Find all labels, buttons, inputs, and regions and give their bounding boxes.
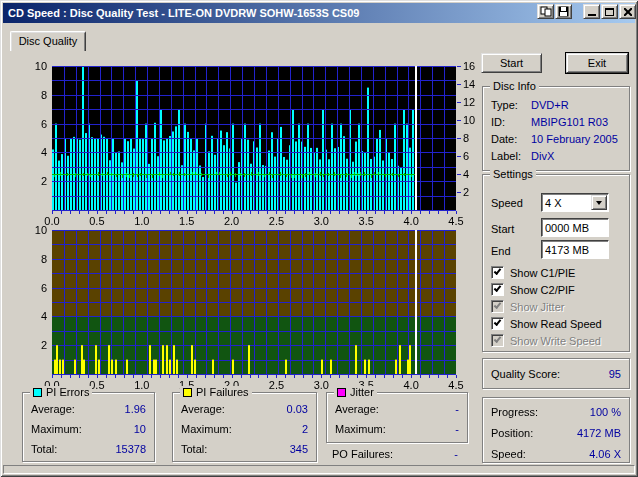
- pi-errors-color-chip: [33, 388, 42, 397]
- checkbox-box: [491, 317, 504, 330]
- po-failures-label: PO Failures:: [332, 448, 393, 460]
- checkbox-show-write-speed: Show Write Speed: [491, 334, 601, 347]
- disc-id-value: MBIPG101 R03: [531, 116, 608, 128]
- pi-failures-total-label: Total:: [181, 443, 207, 455]
- maximize-button[interactable]: [601, 4, 618, 19]
- read-speed-label: Speed:: [491, 448, 526, 460]
- pi-failures-color-chip: [183, 388, 192, 397]
- checkbox-box: [491, 300, 504, 313]
- read-speed-value: 4.06 X: [589, 448, 621, 460]
- pi-errors-average-value: 1.96: [125, 403, 146, 415]
- tab-disc-quality[interactable]: Disc Quality: [10, 31, 86, 51]
- jitter-color-chip: [337, 388, 346, 397]
- legend-pi-errors: PI Errors Average:1.96 Maximum:10 Total:…: [22, 392, 155, 462]
- legend-pi-failures-title: PI Failures: [180, 386, 252, 398]
- jitter-average-label: Average:: [335, 403, 379, 415]
- po-failures-value: -: [454, 448, 458, 460]
- speed-dropdown-button[interactable]: [591, 195, 607, 210]
- maximize-icon: [605, 8, 614, 16]
- po-failures-row: PO Failures: -: [332, 448, 458, 460]
- save-icon: [558, 6, 569, 17]
- copy-button[interactable]: [537, 4, 554, 19]
- app-window: CD Speed : Disc Quality Test - LITE-ON D…: [0, 0, 638, 477]
- pi-errors-maximum-value: 10: [134, 423, 146, 435]
- pi-errors-total-value: 15378: [115, 443, 146, 455]
- legend-jitter: Jitter Average:- Maximum:-: [326, 392, 468, 443]
- pi-errors-maximum-label: Maximum:: [31, 423, 82, 435]
- checkbox-box: [491, 266, 504, 279]
- pi-failures-maximum-value: 2: [302, 423, 308, 435]
- end-input[interactable]: [541, 240, 609, 259]
- disc-date-label: Date:: [491, 133, 517, 145]
- checkbox-show-read-speed[interactable]: Show Read Speed: [491, 317, 602, 330]
- exit-button[interactable]: Exit: [566, 53, 628, 73]
- jitter-maximum-label: Maximum:: [335, 423, 386, 435]
- legend-pi-failures: PI Failures Average:0.03 Maximum:2 Total…: [172, 392, 317, 462]
- quality-score-value: 95: [609, 368, 621, 380]
- disc-label-value: DivX: [531, 150, 554, 162]
- start-input[interactable]: [541, 218, 609, 237]
- pi-failures-maximum-label: Maximum:: [181, 423, 232, 435]
- checkbox-box: [491, 334, 504, 347]
- pi-errors-average-label: Average:: [31, 403, 75, 415]
- position-value: 4172 MB: [577, 427, 621, 439]
- disc-label-label: Label:: [491, 150, 521, 162]
- quality-score-panel: Quality Score: 95: [482, 358, 630, 389]
- legend-pi-errors-title: PI Errors: [30, 386, 92, 398]
- speed-label: Speed: [491, 197, 523, 209]
- progress-label: Progress:: [491, 406, 538, 418]
- pi-failures-average-label: Average:: [181, 403, 225, 415]
- disc-info-title: Disc Info: [490, 80, 539, 92]
- legend-jitter-title: Jitter: [334, 386, 377, 398]
- speed-value: 4 X: [542, 197, 590, 209]
- minimize-button[interactable]: [583, 4, 600, 19]
- end-label: End: [491, 245, 511, 257]
- group-settings: Settings Speed 4 X Start End Show C1/PIE…: [482, 174, 630, 352]
- progress-value: 100 %: [590, 406, 621, 418]
- position-label: Position:: [491, 427, 533, 439]
- minimize-icon: [588, 14, 596, 16]
- disc-id-label: ID:: [491, 116, 505, 128]
- window-title: CD Speed : Disc Quality Test - LITE-ON D…: [3, 7, 359, 19]
- checkbox-box: [491, 283, 504, 296]
- status-bar: [3, 465, 635, 474]
- jitter-maximum-value: -: [455, 423, 459, 435]
- speed-combobox[interactable]: 4 X: [541, 193, 609, 212]
- copy-icon: [540, 6, 552, 17]
- start-button[interactable]: Start: [481, 53, 542, 73]
- start-label: Start: [491, 223, 514, 235]
- checkbox-show-jitter: Show Jitter: [491, 300, 564, 313]
- pi-failures-average-value: 0.03: [287, 403, 308, 415]
- disc-type-label: Type:: [491, 99, 518, 111]
- disc-date-value: 10 February 2005: [531, 133, 618, 145]
- progress-panel: Progress:100 % Position:4172 MB Speed:4.…: [482, 397, 630, 463]
- disc-type-value: DVD+R: [531, 99, 569, 111]
- pi-failures-total-value: 345: [290, 443, 308, 455]
- close-button[interactable]: [619, 4, 636, 19]
- checkbox-show-c1-pie[interactable]: Show C1/PIE: [491, 266, 575, 279]
- quality-score-label: Quality Score:: [491, 368, 560, 380]
- chevron-down-icon: [596, 201, 602, 205]
- save-button[interactable]: [555, 4, 572, 19]
- jitter-average-value: -: [455, 403, 459, 415]
- checkbox-show-c2-pif[interactable]: Show C2/PIF: [491, 283, 575, 296]
- settings-title: Settings: [490, 168, 536, 180]
- pi-errors-total-label: Total:: [31, 443, 57, 455]
- quality-charts-canvas: [24, 56, 476, 392]
- close-icon: [624, 8, 632, 16]
- group-disc-info: Disc Info Type: DVD+R ID: MBIPG101 R03 D…: [482, 86, 630, 171]
